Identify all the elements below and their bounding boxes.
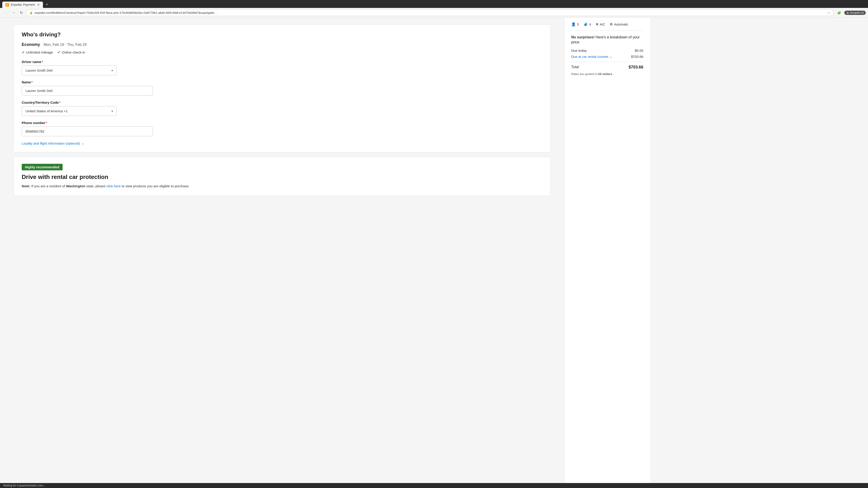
- browser-nav-bar: ← → ↻ 🔒 expedia.com/MultiItemCheckout?tr…: [0, 8, 868, 18]
- name-label: Name*: [22, 80, 542, 84]
- tab-favicon: E: [5, 3, 9, 6]
- bags-indicator: 🧳 4: [583, 22, 591, 26]
- main-content: Who's driving? Economy Mon, Feb 19 - Thu…: [0, 18, 564, 485]
- driver-name-field: Driver name* Lauren Smith Deli: [22, 60, 542, 75]
- country-code-select-wrapper: United States of America +1: [22, 106, 117, 116]
- due-at-counter-link[interactable]: Due at car rental counter ⌄: [571, 55, 612, 59]
- due-at-counter-label: Due at car rental counter: [571, 55, 609, 59]
- new-tab-button[interactable]: +: [44, 1, 50, 8]
- loyalty-link[interactable]: Loyalty and flight information (optional…: [22, 141, 542, 145]
- due-today-row: Due today $0.00: [571, 48, 643, 53]
- total-value: $703.66: [629, 65, 643, 70]
- no-surprises-label: No surprises!: [571, 35, 594, 39]
- price-breakdown-header: No surprises! Here's a breakdown of your…: [571, 35, 643, 45]
- required-indicator-name: *: [31, 80, 33, 84]
- reload-button[interactable]: ↻: [19, 10, 24, 16]
- page-layout: Who's driving? Economy Mon, Feb 19 - Thu…: [0, 18, 868, 485]
- browser-tab-bar: E Expedia: Payment ✕ +: [0, 0, 868, 8]
- note-suffix: to view products you are eligible to pur…: [122, 184, 189, 188]
- online-checkin-label: Online check-in: [62, 51, 85, 54]
- sidebar: 👤 5 🧳 4 ❄ A/C ⚙ Automatic No surprises! …: [564, 18, 650, 485]
- snowflake-icon: ❄: [596, 22, 598, 26]
- ac-indicator: ❄ A/C: [596, 22, 605, 26]
- rates-currency: US dollars: [598, 72, 612, 76]
- tab-close-button[interactable]: ✕: [37, 3, 40, 6]
- driver-name-select-wrapper: Lauren Smith Deli: [22, 66, 117, 75]
- driver-name-label: Driver name*: [22, 60, 542, 64]
- phone-input[interactable]: [22, 127, 153, 136]
- name-field: Name*: [22, 80, 542, 96]
- transmission-label: Automatic: [614, 23, 628, 26]
- unlimited-mileage-label: Unlimited mileage: [26, 51, 53, 54]
- loyalty-link-text: Loyalty and flight information (optional…: [22, 141, 80, 145]
- online-checkin-feature: ✔ Online check-in: [57, 50, 85, 55]
- car-type: Economy: [22, 42, 40, 47]
- phone-number-field: Phone number*: [22, 121, 542, 136]
- driver-name-select[interactable]: Lauren Smith Deli: [22, 66, 117, 75]
- bags-count: 4: [589, 23, 591, 26]
- bag-icon: 🧳: [583, 22, 588, 26]
- check-icon-checkin: ✔: [57, 50, 60, 55]
- passengers-count: 5: [577, 23, 579, 26]
- phone-label: Phone number*: [22, 121, 542, 125]
- unlimited-mileage-feature: ✔ Unlimited mileage: [22, 50, 53, 55]
- protection-section: Highly recommended Drive with rental car…: [13, 157, 551, 196]
- url-text: expedia.com/MultiItemCheckout?tripid=752…: [35, 11, 826, 14]
- active-tab[interactable]: E Expedia: Payment ✕: [2, 2, 43, 8]
- country-code-field: Country/Territory Code* United States of…: [22, 101, 542, 116]
- protection-note: Note: If you are a resident of Washingto…: [22, 184, 542, 189]
- name-input[interactable]: [22, 86, 153, 96]
- country-code-label: Country/Territory Code*: [22, 101, 542, 104]
- due-at-counter-value: $703.66: [631, 55, 643, 59]
- person-icon: 👤: [571, 22, 576, 26]
- car-dates: Mon, Feb 19 - Thu, Feb 29: [43, 43, 87, 47]
- total-label: Total: [571, 65, 579, 69]
- status-text: Waiting for rl.quantummetric.com...: [3, 484, 45, 485]
- status-bar: Waiting for rl.quantummetric.com...: [0, 483, 868, 485]
- required-indicator-phone: *: [46, 121, 47, 125]
- note-text: If you are a resident of: [31, 184, 66, 188]
- due-today-value: $0.00: [635, 48, 643, 53]
- incognito-icon: 🕵: [846, 11, 849, 14]
- address-bar[interactable]: 🔒 expedia.com/MultiItemCheckout?tripid=7…: [26, 9, 834, 16]
- check-icon-mileage: ✔: [22, 50, 25, 55]
- ac-label: A/C: [600, 23, 605, 26]
- protection-title: Drive with rental car protection: [22, 173, 542, 181]
- rates-suffix: .: [613, 72, 614, 76]
- gear-icon: ⚙: [610, 22, 613, 26]
- extensions-button[interactable]: 🧩: [835, 10, 843, 15]
- rates-note: Rates are quoted in US dollars .: [571, 72, 643, 76]
- rates-prefix: Rates are quoted in: [571, 72, 598, 76]
- bookmark-icon[interactable]: ☆: [827, 11, 830, 14]
- recommended-badge: Highly recommended: [22, 164, 63, 170]
- whos-driving-section: Who's driving? Economy Mon, Feb 19 - Thu…: [13, 24, 551, 152]
- incognito-label: Incognito (2): [850, 11, 864, 14]
- back-button[interactable]: ←: [2, 10, 8, 15]
- country-code-select[interactable]: United States of America +1: [22, 106, 117, 116]
- note-middle: state, please: [86, 184, 106, 188]
- state-name: Washington: [66, 184, 85, 188]
- features-row: ✔ Unlimited mileage ✔ Online check-in: [22, 50, 542, 55]
- passengers-indicator: 👤 5: [571, 22, 579, 26]
- required-indicator-country: *: [59, 101, 61, 104]
- chevron-down-icon: ⌄: [81, 141, 84, 145]
- sidebar-icons-row: 👤 5 🧳 4 ❄ A/C ⚙ Automatic: [571, 22, 643, 31]
- note-label: Note:: [22, 184, 30, 188]
- transmission-indicator: ⚙ Automatic: [610, 22, 628, 26]
- forward-button[interactable]: →: [10, 10, 17, 15]
- nav-right-icons: 🧩 🕵 Incognito (2): [835, 10, 866, 15]
- total-row: Total $703.66: [571, 62, 643, 70]
- due-at-counter-row: Due at car rental counter ⌄ $703.66: [571, 55, 643, 59]
- click-here-link[interactable]: click here: [106, 184, 122, 188]
- due-today-label: Due today: [571, 48, 587, 53]
- required-indicator: *: [42, 60, 43, 64]
- chevron-down-icon-counter: ⌄: [610, 55, 612, 59]
- section-title: Who's driving?: [22, 31, 542, 38]
- lock-icon: 🔒: [29, 11, 33, 14]
- car-info-row: Economy Mon, Feb 19 - Thu, Feb 29: [22, 42, 542, 47]
- incognito-badge: 🕵 Incognito (2): [844, 11, 866, 15]
- tab-title: Expedia: Payment: [11, 3, 35, 6]
